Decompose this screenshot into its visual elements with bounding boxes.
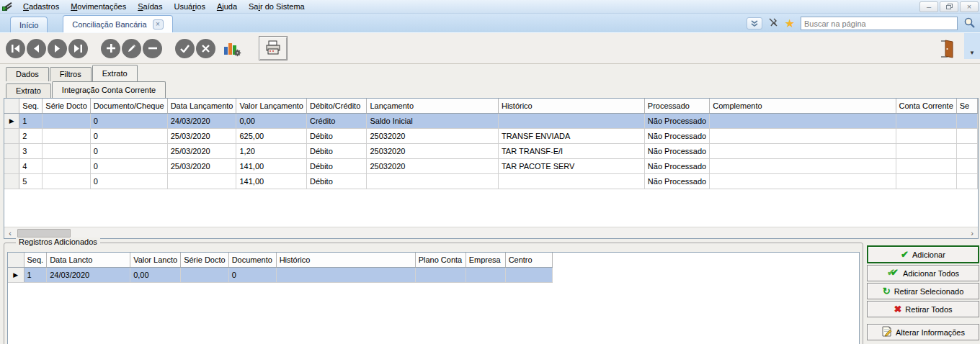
column-header-debito-credito[interactable]: Débito/Crédito [306, 99, 367, 113]
doc-tab-conciliacao-bancaria[interactable]: Conciliação Bancária× [63, 15, 172, 32]
grid-cell[interactable]: 5 [19, 173, 43, 189]
row-selector[interactable]: ▶ [8, 267, 24, 282]
grid-cell[interactable] [896, 158, 956, 173]
subtab-extrato[interactable]: Extrato [6, 83, 51, 98]
grid-cell[interactable]: Crédito [306, 113, 367, 128]
grid-cell[interactable]: 0 [90, 128, 167, 143]
grid-cell[interactable]: 24/03/2020 [47, 267, 130, 282]
table-row[interactable]: ▶1024/03/20200,00CréditoSaldo InicialNão… [4, 113, 978, 128]
column-header-plano-conta[interactable]: Plano Conta [415, 253, 466, 267]
grid-cell[interactable]: 0 [228, 267, 276, 282]
grid-cell[interactable] [710, 128, 896, 143]
grid-cell[interactable]: 25032020 [367, 143, 498, 158]
grid-cell[interactable] [710, 143, 896, 158]
grid-cell[interactable] [415, 267, 466, 282]
grid-cell[interactable]: Não Processado [644, 128, 709, 143]
horizontal-scrollbar[interactable]: ‹ › [4, 227, 978, 238]
grid-cell[interactable] [956, 113, 977, 128]
column-header-lancamento[interactable]: Lançamento [367, 99, 498, 113]
column-header-serie-docto[interactable]: Série Docto [181, 253, 228, 267]
column-header-historico[interactable]: Histórico [276, 253, 415, 267]
grid-cell[interactable]: 25/03/2020 [167, 158, 236, 173]
column-header-documento[interactable]: Documento [228, 253, 276, 267]
grid-cell[interactable] [710, 113, 896, 128]
grid-cell[interactable] [43, 143, 90, 158]
grid-cell[interactable]: Não Processado [644, 143, 709, 158]
grid-cell[interactable]: Débito [306, 128, 367, 143]
last-record-icon[interactable] [68, 39, 88, 58]
grid-cell[interactable]: Débito [306, 173, 367, 189]
tab-close-icon[interactable]: × [153, 19, 164, 30]
grid-cell[interactable]: TAR TRANSF-E/I [498, 143, 644, 158]
scrollbar-thumb[interactable] [17, 229, 71, 237]
grid-cell[interactable] [710, 173, 896, 189]
grid-cell[interactable]: 1 [24, 267, 47, 282]
overflow-dropdown-icon[interactable]: ▼ [964, 33, 980, 59]
minimize-button[interactable]: – [919, 1, 938, 12]
grid-cell[interactable] [43, 173, 90, 189]
column-header-historico[interactable]: Histórico [498, 99, 644, 113]
column-header-centro[interactable]: Centro [505, 253, 552, 267]
adicionar-todos-button[interactable]: ✔✔ Adicionar Todos [867, 265, 979, 281]
column-header-empresa[interactable]: Empresa [466, 253, 505, 267]
grid-cell[interactable]: 25032020 [367, 128, 498, 143]
adicionar-button[interactable]: ✔ Adicionar [867, 245, 979, 263]
row-selector[interactable] [4, 128, 19, 143]
grid-cell[interactable]: TAR PACOTE SERV [498, 158, 644, 173]
doc-tab-inicio[interactable]: Início [10, 17, 48, 32]
print-button[interactable] [259, 36, 288, 60]
restore-button[interactable] [940, 1, 958, 12]
retirar-todos-button[interactable]: ✖ Retirar Todos [867, 301, 979, 317]
confirm-icon[interactable] [175, 39, 195, 58]
grid-cell[interactable]: 24/03/2020 [167, 113, 236, 128]
grid-cell[interactable] [498, 173, 644, 189]
tab-dados[interactable]: Dados [6, 67, 49, 81]
grid-cell[interactable]: 1,20 [236, 143, 306, 158]
grid-cell[interactable] [896, 173, 956, 189]
grid-cell[interactable] [498, 113, 644, 128]
menu-item-cadastros[interactable]: Cadastros [17, 1, 65, 12]
column-header-documento-cheque[interactable]: Documento/Cheque [90, 99, 167, 113]
grid-cell[interactable]: 25032020 [367, 158, 498, 173]
grid-cell[interactable]: 625,00 [236, 128, 306, 143]
grid-cell[interactable] [43, 113, 90, 128]
menu-item-sair-do-sistema[interactable]: Sair do Sistema [243, 1, 311, 12]
grid-cell[interactable]: 0 [90, 113, 167, 128]
grid-cell[interactable]: 141,00 [236, 158, 306, 173]
search-input[interactable] [801, 17, 958, 30]
tab-extrato[interactable]: Extrato [92, 65, 138, 81]
insert-record-icon[interactable] [101, 39, 120, 58]
cancel-icon[interactable] [196, 39, 215, 58]
column-header-processado[interactable]: Processado [644, 99, 709, 113]
grid-cell[interactable]: 0 [90, 143, 167, 158]
grid-cell[interactable]: 4 [19, 158, 43, 173]
grid-cell[interactable]: 0,00 [130, 267, 181, 282]
column-header-seq[interactable]: Seq. [19, 99, 43, 113]
column-header-seq[interactable]: Seq. [24, 253, 47, 267]
menu-item-ajuda[interactable]: Ajuda [211, 1, 243, 12]
chevron-down-icon[interactable] [747, 17, 762, 30]
column-header-data-lancto[interactable]: Data Lancto [47, 253, 130, 267]
grid-cell[interactable]: 0 [90, 173, 167, 189]
grid-cell[interactable] [466, 267, 505, 282]
pin-slash-icon[interactable] [768, 17, 779, 30]
column-header-valor-lancto[interactable]: Valor Lancto [130, 253, 181, 267]
grid-cell[interactable] [181, 267, 228, 282]
column-header-data-lancamento[interactable]: Data Lançamento [167, 99, 236, 113]
prior-record-icon[interactable] [27, 39, 46, 58]
table-row[interactable]: ▶124/03/20200,000 [8, 267, 552, 282]
column-header-complemento[interactable]: Complemento [710, 99, 896, 113]
grid-cell[interactable] [956, 158, 977, 173]
table-row[interactable]: 2025/03/2020625,00Débito25032020TRANSF E… [4, 128, 978, 143]
row-selector[interactable] [4, 143, 19, 158]
grid-cell[interactable] [167, 173, 236, 189]
star-icon[interactable]: ★ [785, 19, 795, 29]
grid-cell[interactable] [896, 113, 956, 128]
grid-cell[interactable]: Não Processado [644, 113, 709, 128]
grid-cell[interactable] [276, 267, 415, 282]
grid-cell[interactable]: Não Processado [644, 173, 709, 189]
first-record-icon[interactable] [6, 39, 25, 58]
chart-config-icon[interactable] [223, 40, 241, 57]
menu-item-saidas[interactable]: Saídas [132, 1, 168, 12]
grid-cell[interactable]: Débito [306, 143, 367, 158]
